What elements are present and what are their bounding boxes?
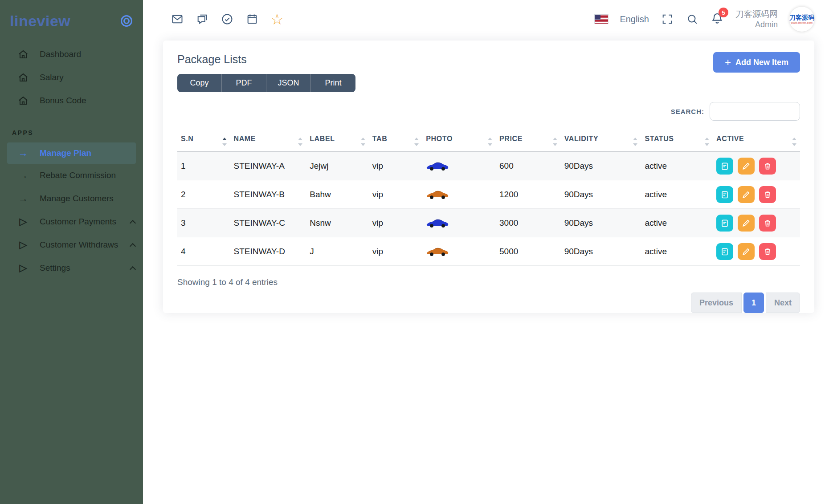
- column-header-price[interactable]: PRICE: [496, 130, 561, 152]
- cell-label: J: [306, 237, 369, 266]
- sidebar-section-apps: APPS: [0, 112, 143, 142]
- cell-sn: 1: [177, 152, 230, 180]
- sidebar-item-salary[interactable]: Salary: [0, 66, 143, 89]
- column-header-photo[interactable]: PHOTO: [422, 130, 496, 152]
- cell-validity: 90Days: [561, 209, 641, 237]
- sidebar-item-label: Salary: [40, 73, 64, 82]
- bell-icon[interactable]: 5: [711, 12, 724, 27]
- fullscreen-icon[interactable]: [661, 12, 674, 26]
- view-button[interactable]: [716, 215, 733, 232]
- column-header-active[interactable]: ACTIVE: [713, 130, 800, 152]
- cell-active: [713, 237, 800, 266]
- arrow-right-icon: →: [16, 193, 30, 204]
- copy-button[interactable]: Copy: [177, 74, 222, 92]
- column-header-validity[interactable]: VALIDITY: [561, 130, 641, 152]
- column-header-label[interactable]: LABEL: [306, 130, 369, 152]
- next-page-button[interactable]: Next: [766, 293, 800, 313]
- sidebar: lineview Dashboard Salary Bonus Code APP…: [0, 0, 143, 504]
- user-name: 刀客源码网: [735, 9, 778, 20]
- row-actions: [716, 158, 796, 175]
- column-header-name[interactable]: NAME: [230, 130, 306, 152]
- cell-name: STEINWAY-C: [230, 209, 306, 237]
- view-button[interactable]: [716, 243, 733, 260]
- main-content: Package Lists + Add New Item Copy PDF JS…: [143, 38, 825, 504]
- edit-button[interactable]: [738, 243, 755, 260]
- table-header-row: S.N NAME LABEL TAB PHOTO PRICE VALIDITY …: [177, 130, 800, 152]
- cell-price: 5000: [496, 237, 561, 266]
- cell-status: active: [641, 180, 713, 209]
- sidebar-item-customer-payments[interactable]: ▷ Customer Payments: [0, 210, 143, 233]
- sidebar-item-dashboard[interactable]: Dashboard: [0, 43, 143, 66]
- play-icon: ▷: [16, 239, 30, 251]
- search-icon[interactable]: [686, 12, 699, 26]
- delete-button[interactable]: [759, 158, 776, 175]
- sidebar-item-customer-withdraws[interactable]: ▷ Customer Withdraws: [0, 233, 143, 256]
- search-input[interactable]: [710, 102, 800, 121]
- cell-label: Bahw: [306, 180, 369, 209]
- view-button[interactable]: [716, 158, 733, 175]
- sort-icons: [488, 138, 492, 146]
- check-circle-icon[interactable]: [221, 12, 234, 26]
- chevron-up-icon: [130, 220, 136, 226]
- json-button[interactable]: JSON: [266, 74, 311, 92]
- sidebar-item-manage-customers[interactable]: → Manage Customers: [0, 187, 143, 210]
- delete-button[interactable]: [759, 243, 776, 260]
- mail-icon[interactable]: [171, 12, 184, 26]
- home-icon: [16, 72, 30, 83]
- edit-button[interactable]: [738, 158, 755, 175]
- us-flag-icon[interactable]: [595, 15, 608, 24]
- add-new-item-button[interactable]: + Add New Item: [713, 52, 800, 73]
- cell-name: STEINWAY-A: [230, 152, 306, 180]
- cell-validity: 90Days: [561, 237, 641, 266]
- calendar-icon[interactable]: [245, 12, 259, 26]
- column-header-status[interactable]: STATUS: [641, 130, 713, 152]
- pdf-button[interactable]: PDF: [222, 74, 266, 92]
- edit-button[interactable]: [738, 215, 755, 232]
- sort-icons: [361, 138, 365, 146]
- avatar-logo-text: 刀客源码: [789, 14, 814, 20]
- chevron-up-icon: [130, 266, 136, 272]
- cell-tab: vip: [369, 180, 423, 209]
- play-icon: ▷: [16, 262, 30, 274]
- chevron-up-icon: [130, 243, 136, 249]
- chat-icon[interactable]: [196, 12, 209, 26]
- sidebar-item-label: Bonus Code: [40, 96, 86, 106]
- sidebar-item-settings[interactable]: ▷ Settings: [0, 256, 143, 280]
- sidebar-item-label: Manage Customers: [40, 194, 114, 203]
- delete-button[interactable]: [759, 215, 776, 232]
- user-menu[interactable]: 刀客源码网 Admin: [735, 9, 778, 29]
- delete-button[interactable]: [759, 186, 776, 203]
- search-label: SEARCH:: [671, 108, 704, 115]
- cell-photo: [422, 209, 496, 237]
- previous-page-button[interactable]: Previous: [691, 293, 742, 313]
- plus-icon: +: [725, 56, 731, 69]
- play-icon: ▷: [16, 216, 30, 228]
- sidebar-item-manage-plan[interactable]: → Manage Plan: [7, 142, 136, 164]
- sidebar-toggle-icon[interactable]: [121, 15, 132, 27]
- page-title: Package Lists: [177, 53, 800, 66]
- cell-validity: 90Days: [561, 152, 641, 180]
- cell-name: STEINWAY-D: [230, 237, 306, 266]
- packages-table: S.N NAME LABEL TAB PHOTO PRICE VALIDITY …: [177, 130, 800, 266]
- user-role: Admin: [735, 20, 778, 30]
- cell-price: 1200: [496, 180, 561, 209]
- print-button[interactable]: Print: [311, 74, 355, 92]
- avatar[interactable]: 刀客源码 www.dkewl.com: [789, 7, 814, 32]
- cell-price: 600: [496, 152, 561, 180]
- app-logo: lineview: [10, 12, 70, 30]
- sidebar-item-bonus-code[interactable]: Bonus Code: [0, 89, 143, 112]
- language-selector[interactable]: English: [620, 14, 649, 24]
- page-1-button[interactable]: 1: [743, 293, 764, 313]
- sort-icons: [222, 138, 227, 146]
- star-icon[interactable]: ☆: [270, 12, 284, 26]
- view-button[interactable]: [716, 186, 733, 203]
- home-icon: [16, 49, 30, 60]
- sidebar-item-rebate-commission[interactable]: → Rebate Commission: [0, 164, 143, 187]
- column-header-sn[interactable]: S.N: [177, 130, 230, 152]
- column-header-tab[interactable]: TAB: [369, 130, 423, 152]
- row-actions: [716, 186, 796, 203]
- arrow-right-icon: →: [16, 147, 30, 159]
- sidebar-item-label: Customer Withdraws: [40, 240, 118, 250]
- cell-tab: vip: [369, 152, 423, 180]
- edit-button[interactable]: [738, 186, 755, 203]
